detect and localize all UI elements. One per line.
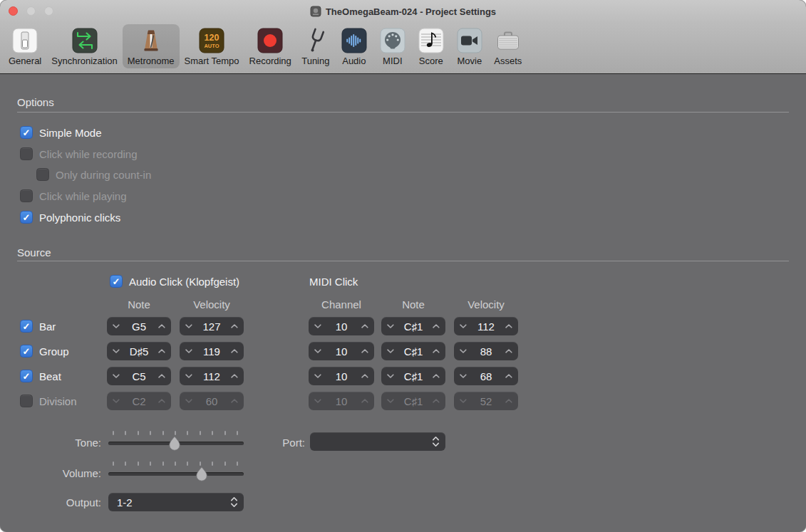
stepper-value[interactable]: 68	[480, 370, 492, 382]
stepper-division-midi-note: C♯1	[381, 392, 445, 410]
stepper-beat-midi-channel[interactable]: 10	[309, 367, 374, 385]
tone-slider[interactable]	[108, 431, 244, 452]
stepper-value[interactable]: 10	[336, 345, 348, 358]
chevron-down-icon[interactable]	[460, 324, 467, 328]
chevron-down-icon[interactable]	[113, 349, 120, 353]
stepper-value[interactable]: 112	[203, 370, 220, 382]
stepper-group-midi-velocity[interactable]: 88	[454, 342, 518, 360]
stepper-value[interactable]: 127	[202, 320, 220, 333]
stepper-value[interactable]: D♯5	[130, 345, 149, 358]
chevron-up-icon[interactable]	[505, 324, 512, 328]
stepper-value[interactable]: C♯1	[404, 370, 423, 382]
chevron-up-icon[interactable]	[158, 349, 165, 353]
stepper-value[interactable]: 10	[336, 370, 348, 382]
chevron-up-icon[interactable]	[158, 374, 165, 378]
tab-synchronization[interactable]: Synchronization	[46, 24, 123, 68]
chevron-up-icon[interactable]	[433, 374, 440, 378]
checkbox[interactable]	[110, 275, 123, 288]
slider-thumb[interactable]	[196, 466, 207, 481]
midi-din-icon	[378, 26, 407, 55]
stepper-beat-audio-velocity[interactable]: 112	[180, 367, 244, 385]
stepper-beat-midi-note[interactable]: C♯1	[381, 367, 445, 385]
tab-assets[interactable]: Assets	[489, 24, 527, 68]
stepper-value[interactable]: C5	[132, 370, 145, 382]
close-button[interactable]	[9, 6, 18, 16]
stepper-bar-midi-note[interactable]: C♯1	[381, 317, 445, 335]
title-bar: TheOmegaBeam-024 - Project Settings	[0, 0, 806, 23]
checkbox[interactable]	[20, 345, 33, 358]
chevron-up-icon[interactable]	[361, 374, 368, 378]
chevron-down-icon[interactable]	[113, 324, 120, 328]
checkbox[interactable]	[20, 395, 33, 407]
tab-general[interactable]: General	[4, 24, 46, 68]
checkbox[interactable]	[20, 320, 33, 333]
chevron-down-icon[interactable]	[185, 374, 192, 378]
midi-click-heading: MIDI Click	[309, 272, 358, 291]
stepper-value[interactable]: 10	[336, 320, 348, 333]
svg-text:120: 120	[205, 33, 219, 43]
port-dropdown[interactable]	[310, 432, 445, 451]
slider-track[interactable]	[108, 472, 244, 476]
stepper-bar-audio-note[interactable]: G5	[107, 317, 171, 335]
tab-audio[interactable]: Audio	[335, 24, 373, 68]
chevron-up-icon[interactable]	[505, 374, 512, 378]
checkbox[interactable]	[20, 126, 33, 139]
stepper-value[interactable]: 88	[480, 345, 492, 358]
slider-thumb[interactable]	[169, 436, 180, 451]
tab-midi[interactable]: MIDI	[373, 24, 412, 68]
chevron-down-icon[interactable]	[314, 349, 321, 353]
option-click-while-playing: Click while playing	[20, 187, 127, 205]
tab-metronome[interactable]: Metronome	[123, 24, 180, 68]
tab-tuning[interactable]: Tuning	[296, 24, 335, 68]
chevron-up-icon[interactable]	[361, 349, 368, 353]
stepper-bar-midi-velocity[interactable]: 112	[454, 317, 518, 335]
stepper-bar-midi-channel[interactable]: 10	[309, 317, 374, 335]
checkbox[interactable]	[20, 211, 33, 224]
stepper-group-audio-velocity[interactable]: 119	[180, 342, 244, 360]
stepper-division-audio-velocity: 60	[180, 392, 244, 410]
tab-smart-tempo[interactable]: 120 AUTO Smart Tempo	[180, 24, 244, 68]
chevron-up-icon[interactable]	[231, 324, 238, 328]
chevron-down-icon[interactable]	[113, 374, 120, 378]
stepper-value[interactable]: 112	[477, 320, 495, 333]
chevron-down-icon[interactable]	[387, 374, 394, 378]
stepper-value[interactable]: G5	[132, 320, 146, 333]
project-settings-window: TheOmegaBeam-024 - Project Settings Gene…	[0, 0, 806, 532]
volume-slider[interactable]	[108, 461, 244, 483]
chevron-up-icon	[231, 399, 238, 403]
chevron-up-icon[interactable]	[361, 324, 368, 328]
stepper-beat-audio-note[interactable]: C5	[107, 367, 171, 385]
tab-label: Audio	[342, 56, 366, 66]
tab-movie[interactable]: Movie	[450, 24, 489, 68]
chevron-down-icon[interactable]	[460, 349, 467, 353]
chevron-up-icon[interactable]	[231, 349, 238, 353]
chevron-down-icon[interactable]	[314, 324, 321, 328]
tab-recording[interactable]: Recording	[244, 24, 296, 68]
chevron-up-icon	[505, 399, 512, 403]
stepper-bar-audio-velocity[interactable]: 127	[180, 317, 244, 335]
chevron-up-icon[interactable]	[433, 324, 440, 328]
chevron-up-icon	[361, 399, 368, 403]
chevron-down-icon[interactable]	[185, 324, 192, 328]
stepper-value[interactable]: C♯1	[404, 345, 423, 358]
chevron-up-icon[interactable]	[433, 349, 440, 353]
stepper-group-midi-channel[interactable]: 10	[309, 342, 374, 360]
chevron-up-icon[interactable]	[158, 324, 165, 328]
chevron-up-icon[interactable]	[231, 374, 238, 378]
tab-score[interactable]: Score	[412, 24, 450, 68]
output-dropdown[interactable]: 1-2	[108, 493, 244, 511]
settings-toolbar: General Synchronization Metronome	[0, 23, 806, 74]
options-section-header: Options	[17, 96, 54, 108]
chevron-up-icon[interactable]	[505, 349, 512, 353]
chevron-down-icon[interactable]	[185, 349, 192, 353]
stepper-value[interactable]: C♯1	[404, 320, 423, 333]
stepper-beat-midi-velocity[interactable]: 68	[454, 367, 518, 385]
chevron-down-icon[interactable]	[460, 374, 467, 378]
stepper-group-audio-note[interactable]: D♯5	[107, 342, 171, 360]
stepper-value[interactable]: 119	[203, 345, 220, 358]
chevron-down-icon[interactable]	[387, 349, 394, 353]
checkbox[interactable]	[20, 370, 33, 382]
stepper-group-midi-note[interactable]: C♯1	[381, 342, 445, 360]
chevron-down-icon[interactable]	[387, 324, 394, 328]
chevron-down-icon[interactable]	[314, 374, 321, 378]
